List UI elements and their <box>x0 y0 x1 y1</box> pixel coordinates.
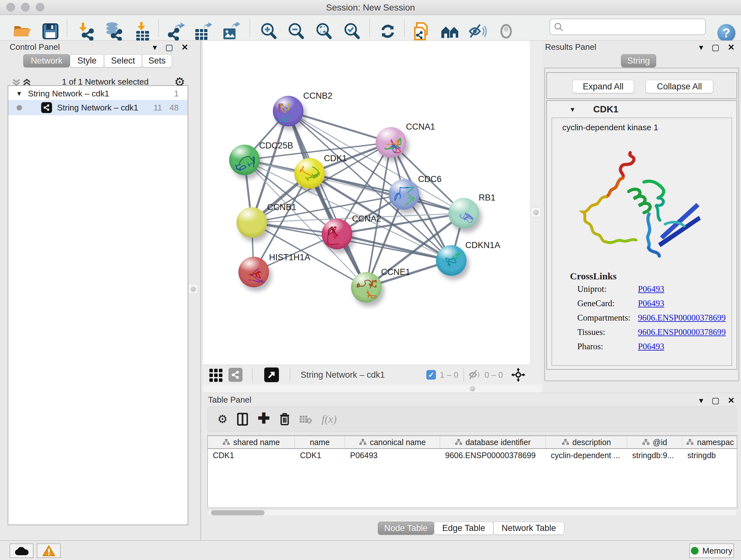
string-network-badge-icon[interactable] <box>228 368 243 382</box>
warnings-button[interactable] <box>37 543 61 558</box>
table-cell[interactable]: CDK1 <box>295 449 345 462</box>
node-CCNB2[interactable] <box>273 96 304 126</box>
table-cell[interactable]: stringdb <box>682 449 737 462</box>
node-CCNE1[interactable] <box>351 272 382 303</box>
tab-network[interactable]: Network <box>23 54 70 67</box>
panel-maximize-icon[interactable]: ▢ <box>712 396 720 405</box>
fit-selected-crosshair-icon[interactable] <box>511 368 525 382</box>
tab-node-table[interactable]: Node Table <box>378 522 434 535</box>
export-network-icon <box>167 22 186 41</box>
export-image-icon <box>222 22 241 41</box>
zoom-fit-button[interactable] <box>314 22 334 41</box>
node-HIST1H1A[interactable] <box>239 257 269 287</box>
tab-style[interactable]: Style <box>70 54 104 67</box>
add-column-icon[interactable]: ✚ <box>258 410 270 427</box>
import-network-from-database-button[interactable] <box>103 22 124 41</box>
tab-sets[interactable]: Sets <box>142 54 172 67</box>
node-CCNB1[interactable] <box>237 207 267 238</box>
zoom-in-button[interactable] <box>259 22 279 41</box>
search-input[interactable] <box>549 18 706 35</box>
open-in-browser-icon[interactable] <box>264 368 279 382</box>
export-network-button[interactable] <box>166 22 187 41</box>
panel-close-icon[interactable]: ✕ <box>181 43 188 51</box>
table-cell[interactable]: P06493 <box>345 449 440 462</box>
column-header-shared-name[interactable]: shared name <box>208 436 295 448</box>
panel-close-icon[interactable]: ✕ <box>728 43 735 51</box>
import-table-button[interactable] <box>132 22 153 41</box>
toolbar-separator <box>250 19 250 37</box>
show-glass-button[interactable] <box>496 22 516 41</box>
table-cell[interactable]: cyclin-dependent ... <box>546 449 627 462</box>
crosslink-link[interactable]: 9606.ENSP00000378699 <box>638 313 726 327</box>
tab-select[interactable]: Select <box>104 54 142 67</box>
collapse-all-button[interactable]: Collapse All <box>646 80 713 93</box>
table-row[interactable]: CDK1CDK1P064939606.ENSP00000378699cyclin… <box>208 449 737 462</box>
collection-expand-arrow-icon[interactable]: ▼ <box>16 90 22 98</box>
string-home-button[interactable] <box>440 22 461 41</box>
table-hscroll-thumb[interactable] <box>211 510 265 515</box>
show-columns-icon[interactable] <box>237 413 248 426</box>
crosslink-link[interactable]: P06493 <box>638 284 664 299</box>
cloud-status-button[interactable] <box>10 543 33 558</box>
zoom-out-button[interactable] <box>286 22 307 41</box>
memory-button[interactable]: Memory <box>689 543 734 558</box>
table-cell[interactable]: stringdb:9... <box>627 449 682 462</box>
table-cell[interactable]: CDK1 <box>208 449 295 462</box>
table-settings-gear-icon[interactable]: ⚙ <box>217 413 227 426</box>
table-hscrollbar[interactable] <box>207 509 737 516</box>
selected-checkbox-icon[interactable]: ✓ <box>426 370 436 380</box>
panel-float-icon[interactable]: ▾ <box>153 43 157 51</box>
tab-network-table[interactable]: Network Table <box>493 522 564 535</box>
gene-section-header[interactable]: ▼ CDK1 <box>547 101 737 118</box>
column-header-canonical-name[interactable]: canonical name <box>345 436 440 448</box>
column-header-name[interactable]: name <box>295 436 345 448</box>
open-session-button[interactable] <box>12 22 32 41</box>
node-RB1[interactable] <box>448 198 479 229</box>
column-header-description[interactable]: description <box>546 436 627 448</box>
node-CCNA1[interactable] <box>376 127 406 158</box>
column-header-namespac[interactable]: namespac <box>682 436 737 448</box>
section-collapse-arrow-icon[interactable]: ▼ <box>569 106 576 113</box>
birdseye-grid-icon[interactable] <box>209 368 223 382</box>
panel-splitter-handle[interactable] <box>188 284 198 294</box>
crosslink-link[interactable]: P06493 <box>638 299 664 313</box>
refresh-button[interactable] <box>378 22 398 41</box>
zoom-selected-button[interactable] <box>342 22 362 41</box>
panel-maximize-icon[interactable]: ▢ <box>165 43 173 51</box>
column-header-database-identifier[interactable]: database identifier <box>440 436 546 448</box>
node-CDKN1A[interactable] <box>436 245 467 276</box>
panel-maximize-icon[interactable]: ▢ <box>712 43 720 51</box>
column-header--id[interactable]: @id <box>627 436 682 448</box>
network-canvas[interactable]: CCNB2CCNA1CDC25BCDK1CDC6RB1CCNB1CCNA2CDK… <box>203 41 530 365</box>
crosslink-link[interactable]: P06493 <box>638 341 664 356</box>
panel-float-icon[interactable]: ▾ <box>699 396 703 405</box>
vertical-splitter[interactable] <box>530 41 542 385</box>
import-network-button[interactable] <box>76 22 97 41</box>
edge-CCNA2-CDKN1A[interactable] <box>337 234 451 260</box>
copy-network-button[interactable] <box>411 22 431 41</box>
column-type-icon <box>686 438 694 447</box>
panel-splitter-handle[interactable] <box>531 207 541 217</box>
panel-float-icon[interactable]: ▾ <box>699 43 703 51</box>
node-CDK1[interactable] <box>294 158 325 189</box>
export-table-button[interactable] <box>193 22 213 41</box>
column-type-icon <box>455 438 462 447</box>
node-CDC25B[interactable] <box>229 145 260 175</box>
node-CCNA2[interactable] <box>322 219 352 249</box>
delete-column-trash-icon[interactable] <box>280 413 290 426</box>
expand-all-button[interactable]: Expand All <box>572 80 634 93</box>
network-collection-row[interactable]: ▼ String Network – cdk1 1 <box>8 87 188 100</box>
panel-close-icon[interactable]: ✕ <box>728 396 735 405</box>
control-panel: Control Panel ▾ ▢ ✕ NetworkStyleSelectSe… <box>0 41 201 540</box>
hide-glass-button[interactable] <box>468 22 488 41</box>
network-row-selected[interactable]: String Network – cdk1 11 48 <box>8 100 188 115</box>
node-CDC6[interactable] <box>389 179 419 210</box>
crosslink-link[interactable]: 9606.ENSP00000378699 <box>638 327 726 341</box>
tab-string-results[interactable]: String <box>621 54 656 67</box>
table-cell[interactable]: 9606.ENSP00000378699 <box>440 449 546 462</box>
export-image-button[interactable] <box>221 22 242 41</box>
help-button[interactable]: ? <box>718 24 735 42</box>
network-view-title: String Network – cdk1 <box>300 370 385 380</box>
tab-edge-table[interactable]: Edge Table <box>434 522 493 535</box>
save-session-button[interactable] <box>40 22 61 41</box>
